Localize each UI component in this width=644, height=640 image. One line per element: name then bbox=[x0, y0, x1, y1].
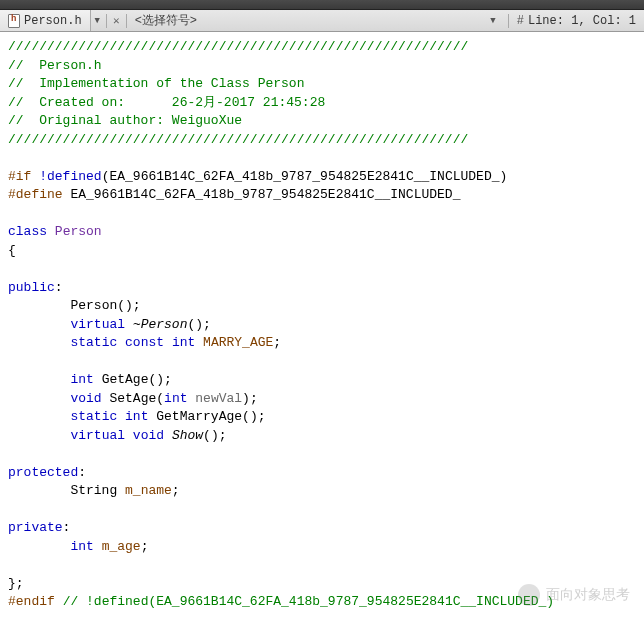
token-plain: }; bbox=[8, 576, 24, 591]
token-kw: public bbox=[8, 280, 55, 295]
code-line[interactable]: // Person.h bbox=[8, 57, 636, 76]
separator bbox=[126, 14, 127, 28]
code-line[interactable] bbox=[8, 260, 636, 279]
token-plain: (); bbox=[242, 409, 265, 424]
cursor-status: # Line: 1, Col: 1 bbox=[508, 14, 644, 28]
file-tab[interactable]: Person.h bbox=[0, 10, 91, 31]
token-plain: (); bbox=[203, 428, 226, 443]
watermark-text: 面向对象思考 bbox=[546, 586, 630, 604]
token-plain: ; bbox=[172, 483, 180, 498]
token-plain bbox=[8, 317, 70, 332]
token-plain bbox=[164, 335, 172, 350]
token-method: GetMarryAge bbox=[156, 409, 242, 424]
token-kw: private bbox=[8, 520, 63, 535]
token-comment: // Created on: 26-2月-2017 21:45:28 bbox=[8, 95, 325, 110]
code-line[interactable]: #if !defined(EA_9661B14C_62FA_418b_9787_… bbox=[8, 168, 636, 187]
code-line[interactable] bbox=[8, 556, 636, 575]
token-kw: int bbox=[70, 539, 93, 554]
token-plain bbox=[117, 409, 125, 424]
code-line[interactable]: class Person bbox=[8, 223, 636, 242]
token-kw: void bbox=[70, 391, 101, 406]
code-line[interactable] bbox=[8, 205, 636, 224]
status-text: Line: 1, Col: 1 bbox=[528, 14, 636, 28]
code-line[interactable]: private: bbox=[8, 519, 636, 538]
code-line[interactable] bbox=[8, 445, 636, 464]
code-line[interactable]: ////////////////////////////////////////… bbox=[8, 131, 636, 150]
token-kw: int bbox=[125, 409, 148, 424]
token-plain bbox=[195, 335, 203, 350]
token-plain: ( bbox=[156, 391, 164, 406]
token-method: GetAge bbox=[102, 372, 149, 387]
hash-icon: # bbox=[517, 14, 524, 28]
code-line[interactable]: virtual void Show(); bbox=[8, 427, 636, 446]
token-kw: void bbox=[133, 428, 164, 443]
symbol-picker-label: <选择符号> bbox=[135, 12, 197, 29]
code-line[interactable]: virtual ~Person(); bbox=[8, 316, 636, 335]
code-line[interactable] bbox=[8, 149, 636, 168]
token-comment: // Implementation of the Class Person bbox=[8, 76, 304, 91]
file-tab-label: Person.h bbox=[24, 14, 82, 28]
code-line[interactable]: static const int MARRY_AGE; bbox=[8, 334, 636, 353]
token-kw: virtual bbox=[70, 317, 125, 332]
token-kw: const bbox=[125, 335, 164, 350]
code-line[interactable]: { bbox=[8, 242, 636, 261]
token-plain: EA_9661B14C_62FA_418b_9787_954825E2841C_… bbox=[63, 187, 461, 202]
token-comment: // Original author: WeiguoXue bbox=[8, 113, 242, 128]
code-line[interactable]: // Created on: 26-2月-2017 21:45:28 bbox=[8, 94, 636, 113]
token-plain bbox=[8, 298, 70, 313]
token-plain bbox=[94, 539, 102, 554]
code-line[interactable]: // Implementation of the Class Person bbox=[8, 75, 636, 94]
token-plain bbox=[8, 335, 70, 350]
code-line[interactable]: int m_age; bbox=[8, 538, 636, 557]
token-comment: ////////////////////////////////////////… bbox=[8, 132, 468, 147]
code-line[interactable]: ////////////////////////////////////////… bbox=[8, 38, 636, 57]
token-plain bbox=[8, 391, 70, 406]
token-plain bbox=[8, 372, 70, 387]
token-kw: int bbox=[70, 372, 93, 387]
token-plain: (); bbox=[117, 298, 140, 313]
watermark-logo-icon bbox=[518, 584, 540, 606]
token-plain bbox=[125, 428, 133, 443]
code-line[interactable]: static int GetMarryAge(); bbox=[8, 408, 636, 427]
code-line[interactable]: // Original author: WeiguoXue bbox=[8, 112, 636, 131]
token-comment: // Person.h bbox=[8, 58, 102, 73]
code-line[interactable] bbox=[8, 353, 636, 372]
token-plain: (); bbox=[148, 372, 171, 387]
token-pre: #define bbox=[8, 187, 63, 202]
token-comment: ////////////////////////////////////////… bbox=[8, 39, 468, 54]
token-kw: int bbox=[164, 391, 187, 406]
token-kw: class bbox=[8, 224, 47, 239]
title-bar bbox=[0, 0, 644, 10]
token-member: MARRY_AGE bbox=[203, 335, 273, 350]
token-plain: (); bbox=[187, 317, 210, 332]
token-plain: ; bbox=[141, 539, 149, 554]
code-line[interactable]: protected: bbox=[8, 464, 636, 483]
token-plain: ); bbox=[242, 391, 258, 406]
code-line[interactable]: void SetAge(int newVal); bbox=[8, 390, 636, 409]
token-plain: : bbox=[63, 520, 71, 535]
token-plain: : bbox=[55, 280, 63, 295]
token-method: SetAge bbox=[109, 391, 156, 406]
code-line[interactable]: String m_name; bbox=[8, 482, 636, 501]
token-plain bbox=[47, 224, 55, 239]
token-pre: #if bbox=[8, 169, 31, 184]
token-plain: String bbox=[8, 483, 125, 498]
symbol-picker[interactable]: <选择符号> ▼ bbox=[129, 12, 508, 29]
close-icon[interactable]: ✕ bbox=[109, 14, 124, 27]
code-line[interactable] bbox=[8, 501, 636, 520]
watermark: 面向对象思考 bbox=[518, 584, 630, 606]
separator bbox=[106, 14, 107, 28]
token-member2: m_age bbox=[102, 539, 141, 554]
token-plain bbox=[55, 594, 63, 609]
token-kw: !defined bbox=[39, 169, 101, 184]
code-line[interactable]: int GetAge(); bbox=[8, 371, 636, 390]
token-plain bbox=[164, 428, 172, 443]
code-line[interactable]: #define EA_9661B14C_62FA_418b_9787_95482… bbox=[8, 186, 636, 205]
token-kw: int bbox=[172, 335, 195, 350]
header-file-icon bbox=[8, 14, 20, 28]
code-editor[interactable]: ////////////////////////////////////////… bbox=[0, 32, 644, 618]
tab-bar: Person.h ▼ ✕ <选择符号> ▼ # Line: 1, Col: 1 bbox=[0, 10, 644, 32]
code-line[interactable]: public: bbox=[8, 279, 636, 298]
code-line[interactable]: Person(); bbox=[8, 297, 636, 316]
tab-dropdown-icon[interactable]: ▼ bbox=[91, 16, 104, 26]
